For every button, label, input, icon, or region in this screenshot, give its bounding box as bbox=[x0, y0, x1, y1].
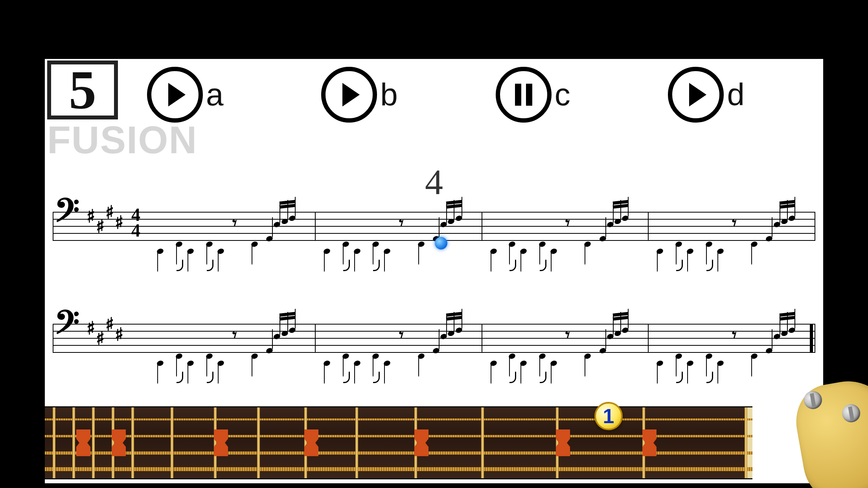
note-flag bbox=[177, 260, 183, 271]
note-stem bbox=[418, 245, 419, 264]
variant-label-c: c bbox=[555, 77, 570, 113]
notes-row-2: 𝄾𝄾𝄾𝄾 bbox=[53, 314, 815, 369]
app-stage: 5 FUSION a b c d 4 𝄢 ♯♯♯♯ 4 bbox=[45, 59, 823, 483]
note-stem bbox=[324, 364, 325, 383]
lesson-number-box: 5 bbox=[47, 61, 118, 119]
note-stem bbox=[605, 329, 606, 349]
note-stem bbox=[418, 357, 419, 376]
note-stem bbox=[657, 252, 658, 272]
note-stem bbox=[384, 364, 385, 383]
string-g[interactable] bbox=[45, 418, 752, 420]
variant-d: d bbox=[668, 67, 745, 123]
note-stem bbox=[272, 329, 273, 349]
note-stem bbox=[551, 364, 552, 383]
fret bbox=[414, 407, 417, 478]
play-icon bbox=[689, 83, 706, 106]
variant-label-a: a bbox=[206, 77, 224, 113]
note-stem bbox=[491, 252, 491, 272]
play-button-a[interactable] bbox=[147, 67, 203, 123]
note-flag bbox=[207, 372, 213, 383]
fret bbox=[214, 407, 217, 478]
note-stem bbox=[252, 357, 252, 376]
fret-marker bbox=[76, 429, 90, 456]
playback-cursor bbox=[435, 237, 447, 250]
note-stem bbox=[354, 252, 355, 272]
staff-2: 𝄢 ♯♯♯♯ 𝄾𝄾𝄾𝄾 bbox=[53, 314, 815, 369]
notes-row-1: 𝄾𝄾𝄾𝄾 bbox=[53, 202, 815, 257]
fret bbox=[745, 407, 747, 478]
finger-number: 1 bbox=[603, 404, 614, 428]
note-stem bbox=[687, 252, 688, 272]
bass-fretboard[interactable]: 1 bbox=[45, 406, 752, 479]
note-flag bbox=[343, 260, 350, 271]
note-stem bbox=[772, 329, 772, 349]
note-stem bbox=[157, 252, 158, 272]
note-stem bbox=[751, 245, 752, 264]
fret bbox=[92, 407, 95, 478]
note-flag bbox=[373, 260, 380, 271]
note-stem bbox=[218, 252, 219, 272]
note-stem bbox=[324, 252, 325, 272]
notation-row-1: 𝄢 ♯♯♯♯ 4 4 𝄾𝄾𝄾𝄾 bbox=[53, 202, 815, 257]
note-stem bbox=[157, 364, 158, 383]
staff-1: 𝄢 ♯♯♯♯ 4 4 𝄾𝄾𝄾𝄾 bbox=[53, 202, 815, 257]
note-stem bbox=[218, 364, 219, 383]
note-flag bbox=[177, 372, 183, 383]
fret bbox=[257, 407, 260, 478]
notation-row-2: 𝄢 ♯♯♯♯ 𝄾𝄾𝄾𝄾 bbox=[53, 314, 815, 369]
tuner-peg bbox=[841, 403, 862, 424]
note-flag bbox=[706, 372, 713, 383]
variant-c: c bbox=[496, 67, 570, 123]
note-stem bbox=[252, 245, 252, 264]
note-stem bbox=[717, 364, 718, 383]
note-flag bbox=[343, 372, 350, 383]
lesson-number: 5 bbox=[69, 62, 96, 117]
variant-label-d: d bbox=[727, 77, 745, 113]
variant-a: a bbox=[147, 67, 224, 123]
variant-b: b bbox=[321, 67, 398, 123]
note-flag bbox=[540, 372, 546, 383]
variant-label-b: b bbox=[380, 77, 398, 113]
note-stem bbox=[751, 357, 752, 376]
note-stem bbox=[657, 364, 658, 383]
fret bbox=[642, 407, 645, 478]
pause-icon bbox=[515, 84, 532, 106]
fret bbox=[72, 407, 75, 478]
play-icon bbox=[168, 83, 186, 106]
fret bbox=[171, 407, 173, 478]
note-stem bbox=[439, 217, 440, 237]
note-flag bbox=[540, 260, 546, 271]
note-stem bbox=[551, 252, 552, 272]
note-stem bbox=[188, 364, 188, 383]
fret bbox=[556, 407, 559, 478]
string-e[interactable] bbox=[45, 467, 752, 471]
note-stem bbox=[354, 364, 355, 383]
measure-counter: 4 bbox=[425, 161, 443, 203]
note-flag bbox=[706, 260, 713, 271]
note-flag bbox=[207, 260, 213, 271]
note-flag bbox=[676, 260, 683, 271]
pause-button-c[interactable] bbox=[496, 67, 552, 123]
note-stem bbox=[439, 329, 440, 349]
note-stem bbox=[585, 245, 585, 264]
variant-play-row: a b c d bbox=[147, 67, 807, 123]
note-stem bbox=[188, 252, 188, 272]
play-icon bbox=[342, 83, 360, 106]
note-stem bbox=[687, 364, 688, 383]
note-stem bbox=[520, 364, 521, 383]
note-flag bbox=[676, 372, 683, 383]
bass-headstock bbox=[790, 373, 868, 488]
note-stem bbox=[272, 217, 273, 237]
fret bbox=[131, 407, 134, 478]
fret bbox=[481, 407, 484, 478]
fret bbox=[112, 407, 114, 478]
finger-indicator: 1 bbox=[594, 402, 623, 430]
tuner-peg bbox=[802, 390, 823, 411]
play-button-d[interactable] bbox=[668, 67, 724, 123]
note-stem bbox=[491, 364, 491, 383]
fret bbox=[304, 407, 307, 478]
note-stem bbox=[772, 217, 772, 237]
note-stem bbox=[717, 252, 718, 272]
note-flag bbox=[509, 260, 516, 271]
play-button-b[interactable] bbox=[321, 67, 377, 123]
